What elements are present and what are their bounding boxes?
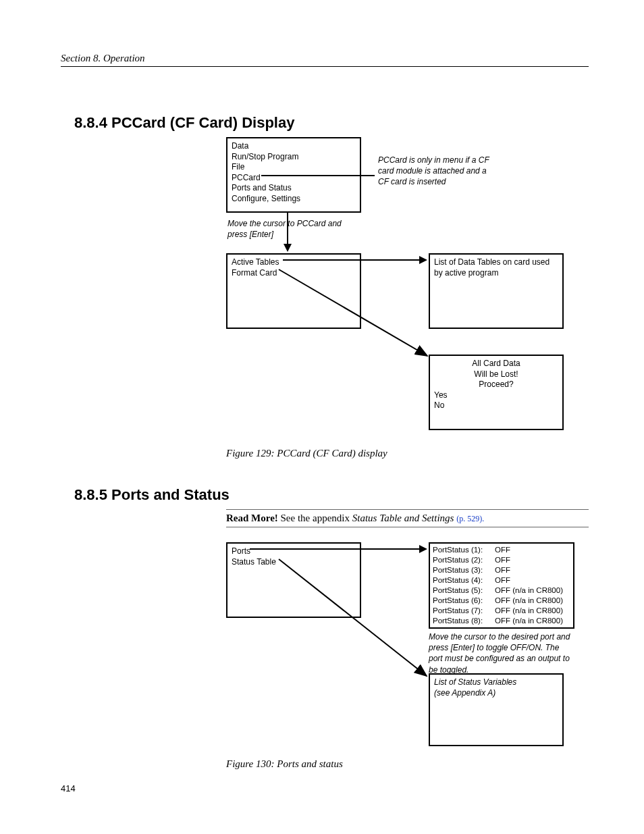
readmore-italic: Status Table and Settings	[352, 513, 456, 523]
warning-line: All Card Data	[434, 359, 558, 369]
readmore-block: Read More! See the appendix Status Table…	[226, 509, 589, 527]
warning-line: Will be Lost!	[434, 369, 558, 380]
readmore-bold: Read More!	[226, 513, 278, 523]
status-list-box: List of Status Variables (see Appendix A…	[429, 673, 564, 746]
diagram-pccard: Data Run/Stop Program File PCCard Ports …	[226, 137, 589, 441]
page: Section 8. Operation 8.8.4 PCCard (CF Ca…	[0, 0, 644, 834]
pccard-warning-box: All Card Data Will be Lost! Proceed? Yes…	[429, 355, 564, 430]
svg-line-1	[279, 269, 427, 356]
running-header: Section 8. Operation	[61, 53, 589, 67]
warning-option: No	[434, 400, 558, 411]
warning-option: Yes	[434, 390, 558, 401]
section-heading-pccard: 8.8.4 PCCard (CF Card) Display	[74, 114, 589, 132]
figure-caption-129: Figure 129: PCCard (CF Card) display	[226, 448, 589, 459]
readmore-plain: See the appendix	[278, 513, 352, 523]
figure-caption-130: Figure 130: Ports and status	[226, 758, 589, 770]
section-heading-ports: 8.8.5 Ports and Status	[74, 486, 589, 504]
warning-line: Proceed?	[434, 380, 558, 390]
diagram-ports: Ports Status Table PortStatus (1):OFF Po…	[226, 542, 589, 752]
readmore-link[interactable]: (p. 529).	[456, 514, 484, 523]
page-number: 414	[61, 783, 76, 793]
svg-line-3	[279, 559, 427, 676]
